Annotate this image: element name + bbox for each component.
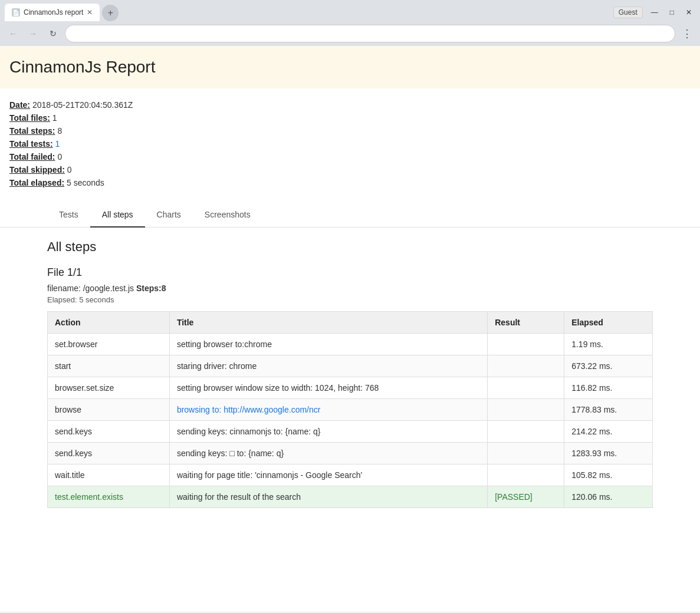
tab-favicon: 📄 (12, 8, 20, 17)
cell-result (488, 377, 564, 399)
table-row: send.keyssending keys: cinnamonjs to: {n… (48, 421, 653, 443)
tabs: Tests All steps Charts Screenshots (47, 203, 653, 227)
date-label: Date: (9, 100, 30, 110)
tab-close-button[interactable]: ✕ (87, 8, 93, 17)
cell-action: test.element.exists (48, 486, 170, 508)
total-skipped-value: 0 (67, 165, 72, 174)
meta-total-files: Total files: 1 (9, 113, 691, 123)
file-elapsed: Elapsed: 5 seconds (47, 295, 653, 304)
tab-screenshots[interactable]: Screenshots (193, 203, 262, 228)
navigation-bar: ← → ↻ ⋮ (0, 21, 700, 46)
section-title: All steps (47, 239, 653, 255)
cell-title: sending keys: cinnamonjs to: {name: q} (169, 421, 487, 443)
tab-area: 📄 CinnamonJs report ✕ + (5, 4, 119, 21)
meta-date: Date: 2018-05-21T20:04:50.361Z (9, 100, 691, 110)
cell-action: send.keys (48, 443, 170, 464)
cell-result (488, 443, 564, 464)
meta-total-tests: Total tests: 1 (9, 139, 691, 149)
cell-result (488, 334, 564, 355)
guest-badge: Guest (613, 6, 643, 18)
total-steps-label: Total steps: (9, 126, 55, 136)
col-action: Action (48, 312, 170, 334)
col-title: Title (169, 312, 487, 334)
maximize-button[interactable]: □ (666, 7, 678, 18)
cell-elapsed: 1283.93 ms. (564, 443, 653, 464)
minimize-button[interactable]: — (648, 7, 662, 18)
cell-elapsed: 116.82 ms. (564, 377, 653, 399)
cell-elapsed: 1.19 ms. (564, 334, 653, 355)
cell-action: browse (48, 399, 170, 421)
cell-action: set.browser (48, 334, 170, 355)
cell-title: setting browser window size to width: 10… (169, 377, 487, 399)
cell-action: browser.set.size (48, 377, 170, 399)
col-result: Result (488, 312, 564, 334)
file-info: filename: /google.test.js Steps:8 (47, 284, 653, 293)
cell-action: send.keys (48, 421, 170, 443)
tab-label: CinnamonJs report (24, 8, 83, 17)
filename-label: filename: /google.test.js (47, 284, 134, 293)
total-tests-label: Total tests: (9, 139, 53, 149)
report-meta: Date: 2018-05-21T20:04:50.361Z Total fil… (0, 88, 700, 203)
table-row: send.keyssending keys: □ to: {name: q}12… (48, 443, 653, 464)
meta-total-skipped: Total skipped: 0 (9, 165, 691, 174)
steps-label: Steps:8 (136, 284, 166, 293)
back-button[interactable]: ← (5, 25, 21, 42)
address-bar[interactable] (65, 25, 675, 42)
table-row: set.browsersetting browser to:chrome1.19… (48, 334, 653, 355)
new-tab-button[interactable]: + (102, 5, 119, 21)
total-elapsed-label: Total elapsed: (9, 178, 64, 187)
cell-title: staring driver: chrome (169, 355, 487, 377)
content-area: All steps File 1/1 filename: /google.tes… (0, 228, 700, 532)
cell-elapsed: 214.22 ms. (564, 421, 653, 443)
cell-elapsed: 673.22 ms. (564, 355, 653, 377)
file-section: File 1/1 filename: /google.test.js Steps… (47, 266, 653, 508)
title-bar: 📄 CinnamonJs report ✕ + Guest — □ ✕ (0, 0, 700, 21)
total-files-label: Total files: (9, 113, 50, 123)
total-tests-value: 1 (55, 139, 60, 149)
total-failed-label: Total failed: (9, 152, 55, 162)
cell-title: waiting for the result of the search (169, 486, 487, 508)
cell-title: waiting for page title: 'cinnamonjs - Go… (169, 464, 487, 486)
address-input[interactable] (73, 29, 668, 38)
meta-total-elapsed: Total elapsed: 5 seconds (9, 178, 691, 187)
tab-tests[interactable]: Tests (47, 203, 90, 228)
table-row: browser.set.sizesetting browser window s… (48, 377, 653, 399)
total-files-value: 1 (52, 113, 57, 123)
cell-result (488, 399, 564, 421)
cell-elapsed: 105.82 ms. (564, 464, 653, 486)
cell-result (488, 355, 564, 377)
cell-elapsed: 120.06 ms. (564, 486, 653, 508)
browser-menu-button[interactable]: ⋮ (679, 25, 695, 42)
cell-elapsed: 1778.83 ms. (564, 399, 653, 421)
browser-window: 📄 CinnamonJs report ✕ + Guest — □ ✕ ← → … (0, 0, 700, 612)
cell-result (488, 421, 564, 443)
cell-result (488, 464, 564, 486)
tab-charts[interactable]: Charts (145, 203, 193, 228)
cell-title: sending keys: □ to: {name: q} (169, 443, 487, 464)
page-title: CinnamonJs Report (9, 58, 691, 77)
date-value: 2018-05-21T20:04:50.361Z (32, 100, 133, 110)
reload-button[interactable]: ↻ (45, 25, 61, 42)
total-failed-value: 0 (57, 152, 62, 162)
table-header-row: Action Title Result Elapsed (48, 312, 653, 334)
window-controls: Guest — □ ✕ (613, 6, 695, 18)
table-row: wait.titlewaiting for page title: 'cinna… (48, 464, 653, 486)
cell-action: wait.title (48, 464, 170, 486)
table-row: startstaring driver: chrome673.22 ms. (48, 355, 653, 377)
meta-total-failed: Total failed: 0 (9, 152, 691, 162)
tab-all-steps[interactable]: All steps (90, 203, 145, 228)
file-title: File 1/1 (47, 266, 653, 279)
close-button[interactable]: ✕ (682, 7, 695, 18)
browser-tab[interactable]: 📄 CinnamonJs report ✕ (5, 4, 100, 21)
col-elapsed: Elapsed (564, 312, 653, 334)
total-skipped-label: Total skipped: (9, 165, 65, 174)
steps-table: Action Title Result Elapsed set.browsers… (47, 311, 653, 508)
page-content: CinnamonJs Report Date: 2018-05-21T20:04… (0, 46, 700, 612)
cell-title: browsing to: http://www.google.com/ncr (169, 399, 487, 421)
total-elapsed-value: 5 seconds (67, 178, 104, 187)
table-row: browsebrowsing to: http://www.google.com… (48, 399, 653, 421)
meta-total-steps: Total steps: 8 (9, 126, 691, 136)
cell-title: setting browser to:chrome (169, 334, 487, 355)
total-steps-value: 8 (57, 126, 62, 136)
forward-button[interactable]: → (25, 25, 41, 42)
